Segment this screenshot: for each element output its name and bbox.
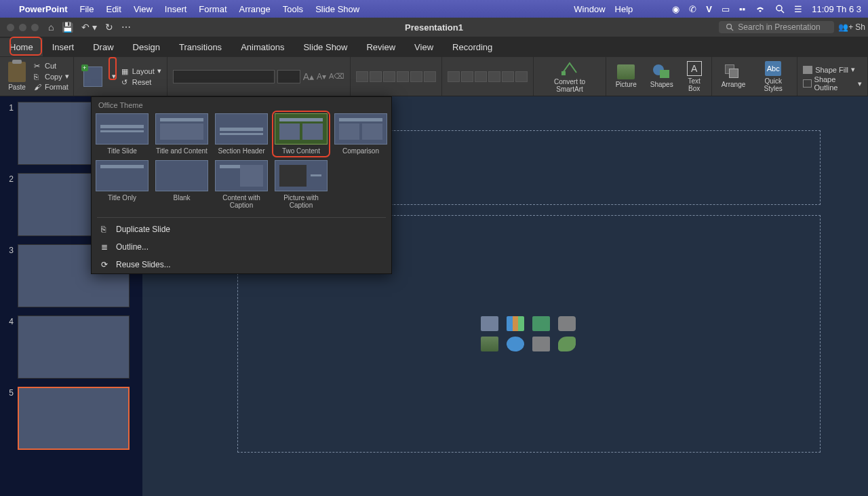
font-decrease-button[interactable]: A▾ [317,72,326,81]
tab-home[interactable]: Home [0,38,43,56]
indent-right-button[interactable] [397,71,409,82]
status-icon-v[interactable]: V [706,4,712,14]
search-placeholder: Search in Presentation [738,22,820,32]
align-center-button[interactable] [461,71,473,82]
menu-insert[interactable]: Insert [165,4,187,14]
textdir-button[interactable] [424,71,436,82]
justify-button[interactable] [488,71,500,82]
layout-button[interactable]: ▦Layout ▾ [121,66,161,76]
svg-line-1 [781,10,784,13]
app-name[interactable]: PowerPoint [19,4,68,14]
tab-animations[interactable]: Animations [231,38,294,56]
svg-point-2 [727,24,732,29]
menu-tools[interactable]: Tools [283,4,303,14]
font-family-box[interactable] [173,70,275,83]
tab-design[interactable]: Design [123,38,170,56]
menu-window[interactable]: Window [574,4,605,14]
textbox-button[interactable]: AText Box [683,60,706,94]
align-text-button[interactable] [515,71,528,82]
layout-title-only[interactable]: Title Only [96,160,149,209]
layout-blank[interactable]: Blank [155,160,208,209]
home-icon[interactable]: ⌂ [48,22,54,33]
arrange-button[interactable]: Arrange [717,63,750,90]
battery-icon[interactable]: ▪▪ [739,4,745,14]
indent-left-button[interactable] [383,71,395,82]
convert-smartart-button[interactable]: Convert to SmartArt [539,59,599,94]
insert-icon-icon[interactable] [558,337,576,351]
columns-button[interactable] [502,71,514,82]
new-slide-button[interactable]: + [79,65,106,88]
reuse-slides-menuitem[interactable]: ⟳Reuse Slides... [92,256,391,273]
font-size-box[interactable] [277,70,300,83]
clear-formatting-button[interactable]: A⌫ [329,72,344,81]
layout-comparison[interactable]: Comparison [334,113,387,155]
format-painter-button[interactable]: 🖌Format [34,82,69,92]
font-increase-button[interactable]: A▴ [303,71,314,82]
share-button[interactable]: 👥+ Sh [838,22,868,32]
menu-slideshow[interactable]: Slide Show [315,4,359,14]
tab-transitions[interactable]: Transitions [170,38,231,56]
bullets-button[interactable] [356,71,368,82]
menu-arrange[interactable]: Arrange [239,4,271,14]
layout-title-and-content[interactable]: Title and Content [155,113,208,155]
search-box[interactable]: Search in Presentation [719,21,834,33]
minimize-window-button[interactable] [19,24,26,31]
thumb-number: 2 [4,173,14,184]
save-icon[interactable]: 💾 [62,22,73,33]
control-center-icon[interactable]: ☰ [794,4,802,14]
new-slide-dropdown[interactable]: ▾ [111,72,117,81]
cut-button[interactable]: ✂Cut [34,61,69,71]
insert-table-icon[interactable] [481,316,498,331]
outline-menuitem[interactable]: ≣Outline... [92,238,391,256]
slide-thumbnail[interactable] [18,387,130,450]
layout-two-content[interactable]: Two Content [275,113,328,155]
status-dock-icon[interactable]: ▭ [722,4,730,14]
linespacing-button[interactable] [410,71,422,82]
shape-fill-button[interactable]: Shape Fill ▾ [803,64,855,75]
ribbon: Paste ✂Cut ⎘Copy ▾ 🖌Format + ▾ ▦Layout ▾… [0,57,868,96]
copy-button[interactable]: ⎘Copy ▾ [34,71,69,81]
numbering-button[interactable] [370,71,382,82]
status-icon-1[interactable]: ◉ [672,4,679,14]
layout-section-header[interactable]: Section Header [215,113,268,155]
tab-slideshow[interactable]: Slide Show [294,38,357,56]
menu-file[interactable]: File [80,4,94,14]
insert-chart-icon[interactable] [507,316,524,331]
tab-review[interactable]: Review [357,38,405,56]
tab-insert[interactable]: Insert [43,38,84,56]
insert-picture-icon[interactable] [481,337,498,351]
qat-customize-icon[interactable]: ⋯ [121,22,131,33]
reset-button[interactable]: ↺Reset [121,77,161,87]
redo-icon[interactable]: ↻ [105,22,113,33]
shape-outline-button[interactable]: Shape Outline ▾ [803,75,862,92]
maximize-window-button[interactable] [31,24,39,31]
insert-online-picture-icon[interactable] [507,337,524,351]
shapes-button[interactable]: Shapes [646,63,677,90]
duplicate-slide-menuitem[interactable]: ⎘Duplicate Slide [92,221,391,238]
layout-picture-with-caption[interactable]: Picture with Caption [275,160,328,209]
align-right-button[interactable] [475,71,487,82]
menu-format[interactable]: Format [199,4,226,14]
quick-styles-button[interactable]: AbcQuick Styles [755,60,791,94]
search-icon[interactable] [775,4,785,14]
clock[interactable]: 11:09 Th 6 3 [812,4,861,14]
menu-edit[interactable]: Edit [106,4,121,14]
tab-view[interactable]: View [405,38,443,56]
wifi-icon[interactable] [755,5,766,13]
undo-icon[interactable]: ↶ ▾ [81,22,97,33]
slide-thumbnail[interactable] [18,316,130,379]
paste-button[interactable]: Paste [4,60,30,92]
close-window-button[interactable] [7,24,14,31]
insert-smartart-icon[interactable] [532,316,550,331]
picture-button[interactable]: Picture [612,63,641,90]
layout-title-slide[interactable]: Title Slide [96,113,149,155]
insert-3d-icon[interactable] [558,316,576,331]
menu-help[interactable]: Help [615,4,633,14]
layout-content-with-caption[interactable]: Content with Caption [215,160,268,209]
tab-draw[interactable]: Draw [83,38,123,56]
status-icon-2[interactable]: ✆ [689,4,696,14]
menu-view[interactable]: View [134,4,153,14]
insert-video-icon[interactable] [532,337,550,351]
tab-recording[interactable]: Recording [443,38,502,56]
align-left-button[interactable] [448,71,460,82]
